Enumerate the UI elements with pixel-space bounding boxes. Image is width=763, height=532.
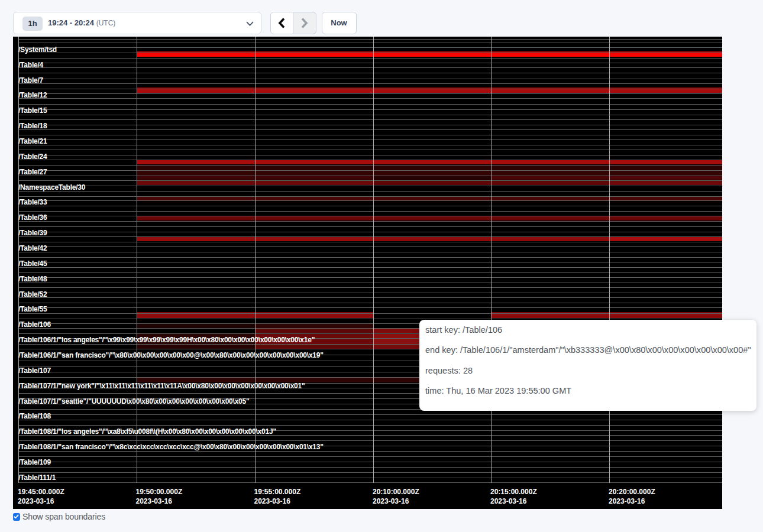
svg-text:/Table/52: /Table/52: [18, 290, 47, 298]
svg-text:19:50:00.000Z: 19:50:00.000Z: [136, 488, 183, 496]
svg-text:/Table/7: /Table/7: [18, 76, 44, 84]
svg-text:20:10:00.000Z: 20:10:00.000Z: [373, 488, 419, 496]
svg-text:/Table/24: /Table/24: [18, 152, 47, 160]
svg-text:/Table/107/1/"new york"/"\x11\: /Table/107/1/"new york"/"\x11\x11\x11\x1…: [18, 381, 305, 390]
svg-text:/Table/106/1/"san francisco"/": /Table/106/1/"san francisco"/"\x80\x00\x…: [18, 351, 324, 359]
svg-text:/Table/106/1/"los angeles"/"\x: /Table/106/1/"los angeles"/"\x99\x99\x99…: [18, 336, 315, 344]
svg-text:/Table/108/1/"san francisco"/": /Table/108/1/"san francisco"/"\x8c\xcc\x…: [18, 443, 324, 451]
svg-text:/Table/107: /Table/107: [18, 366, 51, 374]
svg-text:/Table/39: /Table/39: [18, 229, 47, 237]
svg-text:/System/tsd: /System/tsd: [18, 45, 57, 53]
svg-text:2023-03-16: 2023-03-16: [254, 497, 291, 505]
svg-text:/Table/109: /Table/109: [18, 458, 51, 466]
svg-text:/Table/12: /Table/12: [18, 91, 47, 99]
svg-text:2023-03-16: 2023-03-16: [136, 497, 173, 505]
svg-text:19:45:00.000Z: 19:45:00.000Z: [18, 488, 64, 496]
svg-text:20:20:00.000Z: 20:20:00.000Z: [609, 488, 655, 496]
svg-text:/Table/111/1: /Table/111/1: [18, 473, 56, 481]
svg-text:/Table/108: /Table/108: [18, 412, 51, 420]
svg-text:2023-03-16: 2023-03-16: [490, 497, 527, 505]
svg-text:/Table/55: /Table/55: [18, 305, 47, 313]
svg-text:/Table/4: /Table/4: [18, 60, 44, 69]
svg-text:/NamespaceTable/30: /NamespaceTable/30: [18, 183, 86, 191]
svg-text:/Table/108/1/"los angeles"/"\x: /Table/108/1/"los angeles"/"\xa8\xf5\u00…: [18, 427, 276, 436]
svg-text:/Table/33: /Table/33: [18, 198, 47, 206]
svg-text:/Table/48: /Table/48: [18, 274, 47, 283]
svg-text:/Table/18: /Table/18: [18, 122, 47, 130]
svg-text:/Table/27: /Table/27: [18, 167, 47, 176]
svg-text:2023-03-16: 2023-03-16: [18, 497, 54, 505]
svg-text:/Table/106: /Table/106: [18, 320, 51, 329]
svg-text:19:55:00.000Z: 19:55:00.000Z: [254, 488, 301, 496]
svg-text:/Table/42: /Table/42: [18, 244, 47, 252]
svg-text:2023-03-16: 2023-03-16: [373, 497, 409, 505]
svg-text:/Table/36: /Table/36: [18, 213, 47, 222]
svg-text:/Table/21: /Table/21: [18, 137, 47, 145]
svg-text:/Table/15: /Table/15: [18, 106, 47, 115]
svg-text:2023-03-16: 2023-03-16: [609, 497, 645, 505]
svg-text:/Table/107/1/"seattle"/"UUUUUU: /Table/107/1/"seattle"/"UUUUUUD\x00\x80\…: [18, 397, 250, 405]
svg-text:/Table/45: /Table/45: [18, 259, 47, 267]
svg-text:20:15:00.000Z: 20:15:00.000Z: [490, 488, 537, 496]
